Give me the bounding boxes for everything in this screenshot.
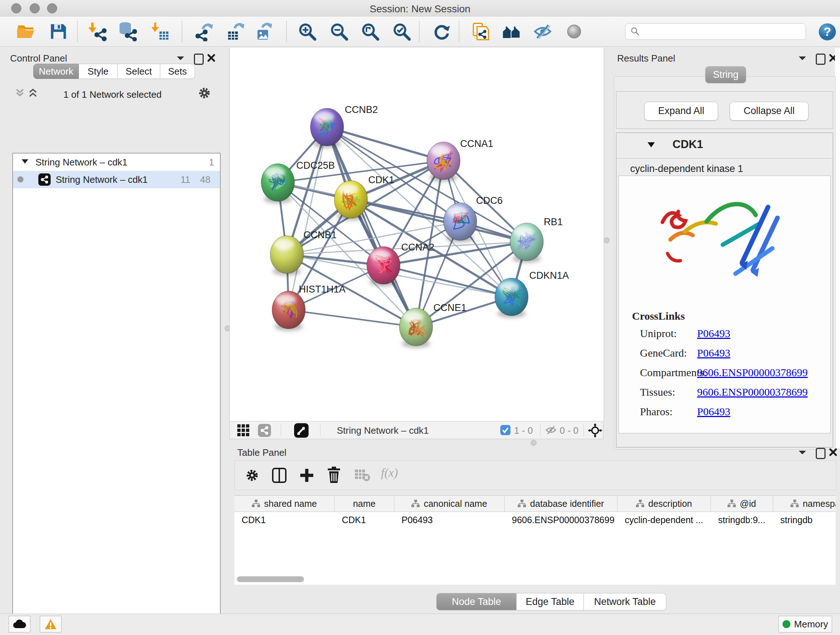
zoom-selected-icon[interactable] [392,22,411,41]
new-network-from-selection-icon[interactable] [471,22,491,41]
crosslink-value-link[interactable]: P06493 [697,347,730,359]
home-icon[interactable] [502,22,522,41]
open-session-icon[interactable] [16,22,35,41]
table-panel-menu-icon[interactable] [798,450,806,455]
network-node-CCNE1[interactable] [399,308,433,348]
table-settings-gear-icon[interactable] [245,468,259,483]
function-builder-icon[interactable]: f(x) [381,466,398,480]
tab-network-table[interactable]: Network Table [584,593,666,610]
search-field[interactable] [625,23,806,40]
expand-all-button[interactable]: Expand All [644,102,718,120]
collapse-all-button[interactable]: Collapse All [729,102,808,120]
pan-crosshair-icon[interactable] [588,423,602,438]
node-label-HIST1H1A: HIST1H1A [299,284,346,295]
add-column-icon[interactable] [299,467,314,483]
table-row[interactable]: CDK1CDK1P064939606.ENSP00000378699cyclin… [234,511,836,528]
network-node-CCNA2[interactable] [367,247,400,286]
network-row-selected[interactable]: String Network – cdk1 11 48 [13,171,220,188]
network-edge-count: 48 [200,174,210,185]
show-hidden-eye-icon[interactable] [564,22,584,41]
table-cell[interactable]: 9606.ENSP00000378699 [505,511,617,528]
result-entry-header[interactable]: CDK1 [616,133,833,158]
export-image-icon[interactable] [255,22,275,41]
control-panel-close-icon[interactable] [207,54,216,62]
tab-string[interactable]: String [706,66,746,83]
control-panel-menu-icon[interactable] [177,56,185,61]
table-cell[interactable]: CDK1 [335,511,394,528]
export-table-icon[interactable] [226,22,246,41]
entry-collapse-icon[interactable] [647,142,655,147]
collection-expand-icon[interactable] [22,159,28,164]
crosslink-value-link[interactable]: 9606.ENSP00000378699 [697,386,808,398]
results-panel-menu-icon[interactable] [798,56,806,61]
tab-network[interactable]: Network [33,64,79,79]
table-panel-float-icon[interactable] [816,448,826,459]
zoom-fit-icon[interactable] [360,22,380,41]
network-node-CCNB1[interactable] [270,236,303,275]
tab-node-table[interactable]: Node Table [436,593,516,610]
import-network-file-icon[interactable] [88,22,107,41]
network-node-CDC6[interactable] [444,203,477,242]
import-table-icon[interactable] [150,22,170,41]
zoom-out-icon[interactable] [329,22,349,41]
delete-column-trash-icon[interactable] [327,467,341,483]
crosslink-label: Pharos: [640,405,673,417]
save-session-icon[interactable] [49,22,68,41]
search-input[interactable] [644,26,806,37]
table-cell[interactable]: stringdb:9... [711,511,773,528]
network-node-CCNA1[interactable] [427,142,460,181]
table-cell[interactable]: cyclin-dependent ... [617,511,711,528]
tab-style[interactable]: Style [79,64,118,79]
column-header-namespace[interactable]: namespace [773,496,836,511]
network-node-HIST1H1A[interactable] [272,291,305,331]
network-options-gear-icon[interactable] [197,86,211,100]
column-header-canonical-name[interactable]: canonical name [394,496,505,511]
zoom-in-icon[interactable] [297,22,317,41]
netbar-separator [320,424,321,437]
refresh-icon[interactable] [432,22,452,41]
tab-sets[interactable]: Sets [160,64,195,79]
node-table[interactable]: shared namenamecanonical namedatabase id… [234,495,836,585]
column-header--id[interactable]: @id [711,496,773,511]
tab-select[interactable]: Select [118,64,160,79]
table-panel-close-icon[interactable] [829,448,837,456]
network-node-CCNB2[interactable] [310,108,344,148]
export-network-icon[interactable] [195,22,214,41]
network-collection-row[interactable]: String Network – cdk1 1 [13,154,220,171]
results-panel-float-icon[interactable] [816,54,826,65]
crosslink-value-link[interactable]: 9606.ENSP00000378699 [697,366,808,379]
network-node-RB1[interactable] [510,223,543,263]
import-network-database-icon[interactable] [118,22,137,41]
grid-view-icon[interactable] [237,424,249,437]
table-hscroll-thumb[interactable] [237,576,304,582]
network-node-CDK1[interactable] [334,181,368,220]
results-scroll-track[interactable] [835,48,840,448]
crosslink-value-link[interactable]: P06493 [697,327,730,340]
control-panel-float-icon[interactable] [194,54,204,65]
column-header-label: description [648,499,692,509]
column-header-database-identifier[interactable]: database identifier [505,496,617,511]
title-bar: Session: New Session [0,0,840,17]
warning-button[interactable] [40,616,62,632]
cloud-button[interactable] [9,616,30,632]
delete-table-icon[interactable] [354,469,370,482]
share-view-icon[interactable] [258,424,271,437]
network-node-CDKN1A[interactable] [495,278,528,318]
hide-selected-eye-icon[interactable] [533,22,553,41]
network-node-CDC25B[interactable] [261,164,294,203]
table-cell[interactable]: P06493 [394,511,505,528]
show-columns-icon[interactable] [272,467,287,483]
table-cell[interactable]: CDK1 [234,511,335,528]
help-icon[interactable]: ? [818,22,837,42]
column-header-name[interactable]: name [335,496,394,511]
column-header-description[interactable]: description [617,496,711,511]
network-canvas[interactable]: CCNB2CCNA1CDC25BCDK1CDC6RB1CCNB1CCNA2CDK… [229,48,604,421]
right-splitter-handle[interactable] [604,238,609,243]
selected-checkbox-icon[interactable] [500,425,510,435]
memory-button[interactable]: Memory [778,616,832,632]
crosslink-value-link[interactable]: P06493 [697,405,730,418]
column-header-shared-name[interactable]: shared name [234,496,335,511]
table-cell[interactable]: stringdb [773,511,836,528]
birdseye-view-icon[interactable] [294,423,309,438]
tab-edge-table[interactable]: Edge Table [516,593,584,610]
